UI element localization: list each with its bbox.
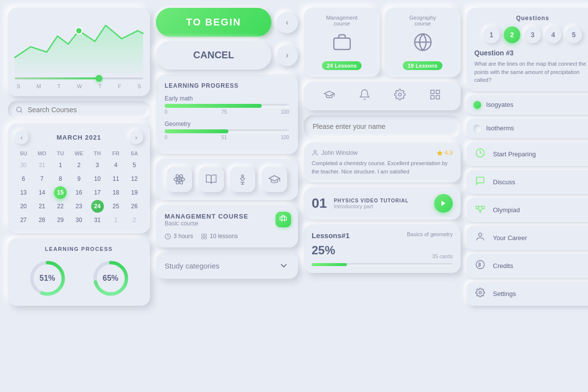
graduation-icon-button[interactable] [262,167,287,192]
cal-day[interactable]: 26 [128,200,141,213]
cal-day[interactable]: 14 [36,186,49,199]
bell-tool-icon[interactable] [359,89,370,103]
cal-day-today[interactable]: 15 [54,186,67,199]
grid-tool-icon[interactable] [429,89,441,103]
graduation-tool-icon[interactable] [323,89,335,103]
cal-day[interactable]: 22 [54,200,67,213]
cal-day[interactable]: 31 [36,159,49,172]
nav-arrow-up[interactable]: ‹ [276,12,298,33]
svg-rect-21 [431,90,434,94]
dollar-icon [473,260,487,272]
prog-bar-geometry-fill [165,129,228,133]
svg-marker-27 [441,201,445,206]
menu-credits[interactable]: Credits › [466,254,588,278]
menu-your-career[interactable]: Your Career › [466,226,588,250]
cal-day[interactable]: 29 [54,214,67,226]
atom-icon-button[interactable] [167,167,192,192]
cal-day[interactable]: 8 [54,172,67,185]
begin-button[interactable]: TO BEGIN [156,8,271,37]
cal-day[interactable]: 4 [109,159,122,172]
menu-discuss[interactable]: Discuss › [466,170,588,194]
study-categories-card[interactable]: Study categories [156,252,298,279]
cal-day[interactable]: 12 [128,172,141,185]
cal-day[interactable]: 30 [73,214,85,226]
video-info: PHYSICS VIDEO TUTORIAL Introductory part [334,198,427,209]
learning-process-circles: 51% 65% [16,259,142,298]
cal-day[interactable]: 23 [73,200,85,213]
management-meta: 3 hours 10 lessons [165,233,289,240]
cal-day[interactable]: 19 [128,186,141,199]
cal-day[interactable]: 11 [109,172,122,185]
name-input[interactable] [313,122,452,130]
search-bar[interactable] [8,101,150,119]
answer-isotherms[interactable]: Isotherms [466,119,588,138]
cal-day[interactable]: 28 [36,214,49,226]
nav-arrow-down[interactable]: › [276,45,298,66]
cal-day[interactable]: 6 [17,172,30,185]
cal-day[interactable]: 20 [17,200,30,213]
q-num-1[interactable]: 1 [483,26,500,43]
cal-prev-button[interactable]: ‹ [15,130,28,144]
cal-day[interactable]: 21 [36,200,49,213]
cal-day[interactable]: 10 [91,172,104,185]
answer-isogyates[interactable]: Isogyates [466,95,588,115]
cal-day[interactable]: 31 [91,214,104,226]
cal-day[interactable]: 16 [73,186,85,199]
name-input-card[interactable] [304,115,461,138]
cal-day[interactable]: 13 [17,186,30,199]
circle-pct-51: 51% [39,274,55,283]
menu-settings[interactable]: Settings › [466,282,588,306]
cal-day[interactable]: 25 [109,200,122,213]
learning-progress-title: LEARNING PROGRESS [165,82,289,89]
lesson-description: Basics of geometry [407,231,453,237]
question-text: What are the lines on the map that conne… [474,60,588,84]
cal-day[interactable]: 2 [128,214,141,226]
prog-bar-early-math-bg [165,104,289,108]
calendar-month: MARCH 2021 [57,134,101,141]
q-num-4[interactable]: 4 [545,26,562,43]
tools-row [304,82,461,110]
lesson-number: Lessons#1 [312,231,350,240]
geography-course-card-thumb[interactable]: Geographycourse 19 Lessons [385,8,461,77]
cancel-button[interactable]: CANCEL [156,41,271,70]
column-3: Managementcourse 24 Lessons Geographycou… [304,8,461,306]
menu-start-preparing[interactable]: Start Preparing › [466,142,588,166]
management-badge [275,212,291,227]
globe-icon [413,32,433,55]
calendar-header: ‹ MARCH 2021 › [15,130,143,144]
trophy-icon [473,204,487,216]
cal-next-button[interactable]: › [129,130,143,144]
menu-olympiad[interactable]: Olympiad › [466,198,588,222]
svg-point-0 [75,27,82,34]
gear-tool-icon[interactable] [394,89,406,103]
cal-day[interactable]: 7 [36,172,49,185]
cal-day[interactable]: 27 [17,214,30,226]
book-icon-button[interactable] [198,167,224,192]
search-input[interactable] [27,106,142,114]
management-course-card-thumb[interactable]: Managementcourse 24 Lessons [304,8,380,77]
cal-day[interactable]: 2 [73,159,85,172]
video-play-button[interactable] [434,194,453,213]
cal-day[interactable]: 3 [91,159,104,172]
q-num-5[interactable]: 5 [565,26,582,43]
column-1: SMTWTFS ‹ MARCH 2021 › SU MO TU WE TH [8,8,150,306]
cal-day[interactable]: 18 [109,186,122,199]
cal-day[interactable]: 5 [128,159,141,172]
person-icon [473,232,487,244]
cal-day[interactable]: 17 [91,186,104,199]
lesson-progress-bar-bg [312,263,453,266]
q-num-2[interactable]: 2 [504,26,520,43]
questions-card: Questions 1 2 3 4 5 Question #3 What are… [466,8,588,91]
chess-icon-button[interactable] [230,167,255,192]
chart-slider[interactable] [15,77,143,79]
cal-day[interactable]: 30 [17,159,30,172]
cal-day[interactable]: 1 [109,214,122,226]
svg-line-2 [21,111,22,113]
cal-day[interactable]: 9 [73,172,85,185]
prog-ticks-geometry: 051100 [165,135,289,140]
learning-process-title: LEARNING PROCESS [16,246,142,252]
q-num-3[interactable]: 3 [524,26,541,43]
cal-day-highlighted[interactable]: 24 [91,200,104,213]
cal-day[interactable]: 1 [54,159,67,172]
icons-card [156,159,298,200]
